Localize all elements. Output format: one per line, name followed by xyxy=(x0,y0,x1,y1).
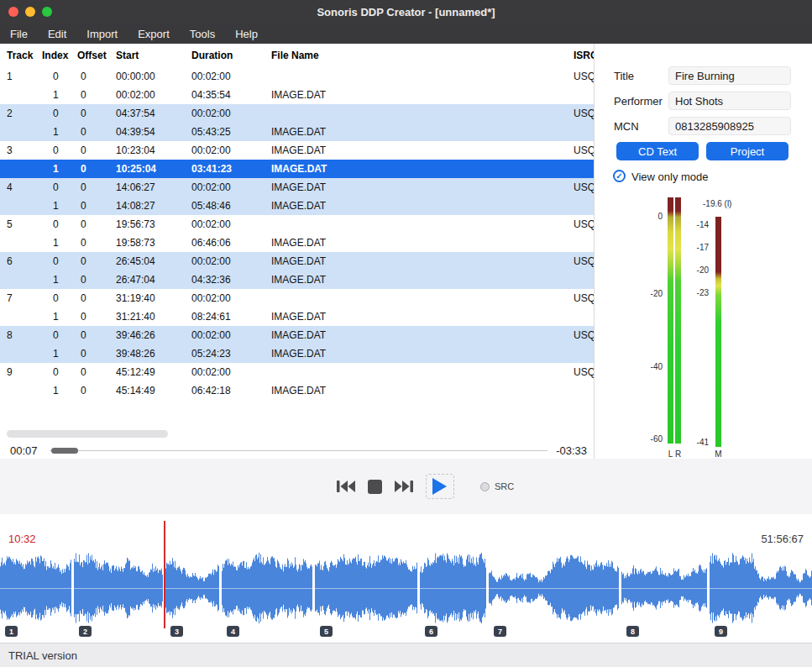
cell-start: 31:21:40 xyxy=(116,311,191,323)
trial-version-label: TRIAL version xyxy=(8,649,77,662)
mcn-field-label: MCN xyxy=(614,120,639,133)
track-badge[interactable]: 5 xyxy=(320,626,333,637)
track-badge[interactable]: 7 xyxy=(494,626,506,637)
performer-field[interactable] xyxy=(668,92,791,110)
cell-track: 7 xyxy=(7,292,42,304)
cell-start: 19:56:73 xyxy=(116,218,191,230)
meter-bar-left xyxy=(668,197,673,444)
cell-isrc: USQ xyxy=(574,144,594,156)
table-row[interactable]: 1000:02:0004:35:54IMAGE.DAT xyxy=(0,86,594,104)
table-row[interactable]: 20004:37:5400:02:00USQ xyxy=(0,104,594,123)
track-badge[interactable]: 9 xyxy=(715,626,727,637)
main-content: Track Index Offset Start Duration File N… xyxy=(0,44,812,459)
previous-track-button[interactable] xyxy=(337,481,355,492)
table-row[interactable]: 60026:45:0400:02:00IMAGE.DATUSQ xyxy=(0,252,594,270)
cell-duration: 03:41:23 xyxy=(191,163,271,175)
table-row[interactable]: 1045:14:4906:42:18IMAGE.DAT xyxy=(0,381,594,400)
table-row[interactable]: 1019:58:7306:46:06IMAGE.DAT xyxy=(0,234,594,252)
cell-index: 1 xyxy=(42,163,77,175)
cell-file: IMAGE.DAT xyxy=(271,89,574,101)
cell-duration: 06:46:06 xyxy=(191,237,271,249)
table-row[interactable]: 1014:08:2705:48:46IMAGE.DAT xyxy=(0,197,594,215)
track-badge[interactable]: 3 xyxy=(170,626,183,637)
m-scale-14: -14 xyxy=(685,221,709,229)
cell-offset: 0 xyxy=(77,237,116,249)
cell-start: 14:06:27 xyxy=(116,181,191,193)
table-row[interactable]: 1010:25:0403:41:23IMAGE.DAT xyxy=(0,160,594,178)
table-row[interactable]: 1039:48:2605:24:23IMAGE.DAT xyxy=(0,344,594,363)
title-bar: Sonoris DDP Creator - [unnamed*] xyxy=(0,0,812,24)
table-row[interactable]: 1026:47:0404:32:36IMAGE.DAT xyxy=(0,270,594,289)
cell-start: 10:23:04 xyxy=(116,144,191,156)
menu-import[interactable]: Import xyxy=(76,24,128,44)
cell-duration: 00:02:00 xyxy=(191,108,271,119)
cell-file: IMAGE.DAT xyxy=(271,329,574,341)
menu-edit[interactable]: Edit xyxy=(38,24,76,44)
track-badge[interactable]: 8 xyxy=(626,626,639,637)
track-badge[interactable]: 2 xyxy=(79,626,92,637)
cell-start: 45:14:49 xyxy=(116,385,191,397)
seek-slider-thumb[interactable] xyxy=(51,448,78,454)
table-row[interactable]: 1031:21:4008:24:61IMAGE.DAT xyxy=(0,307,594,326)
view-only-checkbox[interactable]: ✓ xyxy=(613,170,626,182)
cell-file: IMAGE.DAT xyxy=(271,237,574,249)
seek-slider[interactable] xyxy=(50,447,548,454)
mcn-field[interactable] xyxy=(668,117,791,135)
menu-export[interactable]: Export xyxy=(128,24,180,44)
table-row[interactable]: 1004:39:5405:43:25IMAGE.DAT xyxy=(0,123,594,141)
waveform-canvas[interactable] xyxy=(0,550,812,626)
cell-duration: 00:02:00 xyxy=(191,366,271,378)
table-row[interactable]: 10000:00:0000:02:00USQ xyxy=(0,67,594,86)
cell-track: 3 xyxy=(7,144,42,156)
cell-offset: 0 xyxy=(77,200,116,212)
project-button[interactable]: Project xyxy=(706,142,788,160)
table-row[interactable]: 80039:46:2600:02:00IMAGE.DATUSQ xyxy=(0,326,594,344)
table-row[interactable]: 90045:12:4900:02:00USQ xyxy=(0,363,594,381)
stop-button[interactable] xyxy=(368,480,382,494)
menu-help[interactable]: Help xyxy=(225,24,268,44)
cell-duration: 04:35:54 xyxy=(191,89,271,101)
meter-bar-right xyxy=(675,197,681,444)
column-header-duration: Duration xyxy=(191,50,271,61)
track-badge[interactable]: 6 xyxy=(425,626,437,637)
next-track-button[interactable] xyxy=(395,481,413,492)
src-radio[interactable] xyxy=(480,482,490,491)
cell-duration: 00:02:00 xyxy=(191,181,271,193)
table-row[interactable]: 40014:06:2700:02:00IMAGE.DATUSQ xyxy=(0,178,594,197)
track-badge[interactable]: 4 xyxy=(227,626,239,637)
table-row[interactable]: 50019:56:7300:02:00USQ xyxy=(0,215,594,234)
status-bar: TRIAL version xyxy=(0,643,812,667)
cd-text-button[interactable]: CD Text xyxy=(616,142,699,160)
cell-track: 8 xyxy=(7,329,42,341)
close-button[interactable] xyxy=(8,7,18,17)
cell-start: 31:19:40 xyxy=(116,292,191,304)
cell-index: 0 xyxy=(42,108,77,119)
cell-file: IMAGE.DAT xyxy=(271,255,574,267)
cell-index: 0 xyxy=(42,292,77,304)
zoom-button[interactable] xyxy=(42,7,52,17)
cell-isrc: USQ xyxy=(574,255,594,267)
seek-slider-track[interactable] xyxy=(50,450,548,451)
cell-offset: 0 xyxy=(77,71,116,82)
play-button[interactable] xyxy=(426,474,454,499)
cell-isrc: USQ xyxy=(574,218,594,230)
menu-file[interactable]: File xyxy=(0,24,38,44)
table-row[interactable]: 30010:23:0400:02:00IMAGE.DATUSQ xyxy=(0,141,594,160)
cell-file: IMAGE.DAT xyxy=(271,126,574,138)
track-badge[interactable]: 1 xyxy=(5,626,18,637)
menu-tools[interactable]: Tools xyxy=(180,24,225,44)
minimize-button[interactable] xyxy=(25,7,35,17)
title-field[interactable] xyxy=(668,66,791,85)
cell-file: IMAGE.DAT xyxy=(271,274,574,286)
playhead-cursor[interactable] xyxy=(164,521,165,628)
cell-file: IMAGE.DAT xyxy=(271,144,574,156)
remaining-time: -03:33 xyxy=(556,444,587,457)
table-header: Track Index Offset Start Duration File N… xyxy=(0,44,594,67)
table-row[interactable]: 70031:19:4000:02:00USQ xyxy=(0,289,594,307)
cell-isrc: USQ xyxy=(574,181,594,193)
timeline-total-duration: 51:56:67 xyxy=(761,533,804,545)
stop-icon xyxy=(368,480,382,494)
cell-file: IMAGE.DAT xyxy=(271,200,574,212)
lr-scale-40: -40 xyxy=(641,363,663,371)
horizontal-scrollbar[interactable] xyxy=(7,430,168,438)
